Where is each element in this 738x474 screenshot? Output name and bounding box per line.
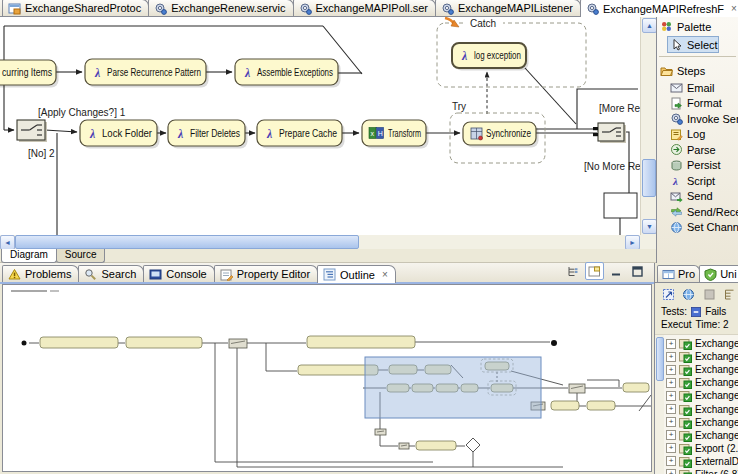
test-result-row[interactable]: +ExternalDat — [666, 455, 738, 468]
panel-tab-search[interactable]: Search — [78, 265, 144, 282]
outline-minimap[interactable] — [3, 285, 651, 471]
editor-tab-exchangerenew-servic[interactable]: ExchangeRenew.servic — [148, 0, 293, 16]
editor-tab-exchangesharedprotoc[interactable]: ExchangeSharedProtoc — [2, 0, 149, 16]
connector-line[interactable] — [525, 68, 576, 124]
decision-switch-node[interactable] — [17, 120, 47, 142]
step-node-lock-folder[interactable]: λLock Folder — [80, 120, 160, 149]
workflow-diagram-canvas[interactable]: TryCatchcurring ItemsλParse Recurrence P… — [0, 17, 640, 235]
step-node-assemble-exceptions[interactable]: λAssemble Exceptions — [235, 59, 341, 88]
node-label: Filter Deletes — [190, 128, 240, 139]
palette-item-format[interactable]: Format — [657, 96, 738, 112]
step-node-curring-items[interactable]: curring Items — [0, 60, 59, 88]
test-result-row[interactable]: +ExchangeSh — [666, 350, 738, 363]
branch-label[interactable]: [No More Recu — [584, 161, 640, 172]
panel-tab-console[interactable]: Console — [143, 265, 214, 282]
scroll-right-arrow[interactable]: ► — [625, 235, 640, 250]
close-tab-icon[interactable]: × — [731, 4, 737, 13]
palette-select-tool[interactable]: Select — [667, 36, 719, 53]
expand-toggle-icon[interactable]: + — [666, 430, 676, 440]
connector-line[interactable] — [45, 130, 77, 132]
expand-toggle-icon[interactable]: + — [666, 391, 676, 401]
decision-switch-node[interactable] — [593, 123, 626, 143]
close-tab-icon[interactable]: × — [382, 270, 388, 279]
horizontal-scroll-thumb[interactable] — [15, 235, 359, 249]
minimize-button[interactable] — [608, 263, 625, 279]
relaunch-button[interactable] — [660, 286, 677, 302]
scroll-down-arrow[interactable]: ▼ — [642, 219, 657, 234]
expand-toggle-icon[interactable]: + — [666, 339, 676, 349]
palette-item-log[interactable]: Log — [657, 127, 738, 143]
step-node-parse-recurrence-pattern[interactable]: λParse Recurrence Pattern — [85, 59, 209, 88]
expand-toggle-icon[interactable]: + — [666, 469, 676, 474]
test-result-row[interactable]: +ExchangeSy — [666, 416, 738, 429]
view-tab-source[interactable]: Source — [56, 249, 106, 263]
branch-label[interactable]: [No] 2 — [28, 148, 55, 159]
test-result-row[interactable]: +Export (2.50 — [666, 442, 738, 455]
expand-toggle-icon[interactable]: + — [666, 456, 676, 466]
branch-label[interactable]: [More Re — [599, 103, 640, 114]
test-result-row[interactable]: +Filter (6.875 — [666, 468, 738, 474]
synchronize-icon — [471, 128, 483, 140]
workflow-diagram[interactable]: TryCatchcurring ItemsλParse Recurrence P… — [0, 17, 640, 235]
tests-tab-pro[interactable]: Pro — [657, 265, 700, 282]
expand-toggle-icon[interactable]: + — [666, 417, 676, 427]
panel-tab-label: Console — [166, 268, 206, 280]
hierarchy-button[interactable] — [722, 286, 738, 302]
editor-tab-exchangemapilistener[interactable]: ExchangeMAPIListener — [435, 0, 581, 16]
vertical-scroll-thumb[interactable] — [642, 159, 656, 197]
panel-tab-property-editor[interactable]: Property Editor — [214, 265, 318, 282]
palette-item-label: Set Channel — [687, 221, 738, 233]
globe-button[interactable] — [681, 286, 698, 302]
editor-tab-exchangemapirefreshf[interactable]: ExchangeMAPIRefreshF× — [580, 0, 738, 17]
tree-layout-button[interactable] — [564, 263, 581, 279]
maximize-button[interactable] — [629, 263, 646, 279]
scroll-up-arrow[interactable]: ▲ — [642, 18, 657, 33]
editor-vertical-scrollbar[interactable]: ▲▼ — [640, 17, 656, 235]
step-node-log-exception[interactable]: λlog exception — [452, 43, 529, 71]
palette-item-parse[interactable]: Parse — [657, 142, 738, 158]
branch-label[interactable]: [Apply Changes?] 1 — [38, 107, 126, 118]
outline-viewport-rect[interactable] — [365, 357, 541, 418]
test-result-row[interactable]: +ExchangeSy — [666, 363, 738, 376]
palette-item-invoke-service[interactable]: Invoke Service — [657, 111, 738, 127]
panel-tab-problems[interactable]: Problems — [2, 265, 79, 282]
editor-horizontal-scrollbar[interactable]: ◄► — [0, 235, 640, 249]
tree-vertical-scrollbar[interactable] — [655, 335, 664, 474]
editor-tab-exchangemapipoll-ser[interactable]: ExchangeMAPIPoll.ser — [293, 0, 437, 16]
palette-item-script[interactable]: λScript — [657, 173, 738, 189]
panel-tab-outline[interactable]: Outline× — [317, 265, 396, 283]
palette-item-send-receive[interactable]: Send/Receive — [657, 204, 738, 220]
palette-item-set-channel[interactable]: Set Channel — [657, 220, 738, 236]
expand-toggle-icon[interactable]: + — [666, 365, 676, 375]
view-tab-diagram[interactable]: Diagram — [1, 249, 57, 263]
expand-toggle-icon[interactable]: + — [666, 352, 676, 362]
test-result-row[interactable]: +ExchangeSy — [666, 389, 738, 402]
outline-view[interactable] — [2, 284, 652, 472]
expand-toggle-icon[interactable]: + — [666, 378, 676, 388]
node-label: Parse Recurrence Pattern — [107, 67, 201, 78]
stop-button[interactable] — [701, 286, 718, 302]
tests-tab-uni[interactable]: Uni× — [699, 265, 738, 282]
palette-item-email[interactable]: Email — [657, 80, 738, 96]
test-result-label: ExchangeSy — [695, 404, 738, 415]
test-result-row[interactable]: +ExchangeSy — [666, 402, 738, 415]
test-result-row[interactable]: +ExchangeSy — [666, 429, 738, 442]
expand-toggle-icon[interactable]: + — [666, 443, 676, 453]
step-node-prepare-cache[interactable]: λPrepare Cache — [257, 120, 345, 149]
palette-header[interactable]: Palette — [657, 16, 738, 36]
panel-tab-label: Search — [101, 268, 136, 280]
step-node-filter-deletes[interactable]: λFilter Deletes — [168, 120, 248, 149]
overview-button[interactable] — [585, 262, 604, 280]
scroll-left-arrow[interactable]: ◄ — [0, 235, 15, 250]
step-node-transform[interactable]: xHTransform — [362, 120, 429, 149]
step-node-synchronize[interactable]: Synchronize — [463, 122, 539, 148]
palette-steps-header[interactable]: Steps — [657, 60, 738, 80]
tree-scroll-thumb[interactable] — [656, 337, 664, 381]
mini-connector — [266, 343, 297, 371]
expand-toggle-icon[interactable]: + — [666, 404, 676, 414]
test-result-row[interactable]: +ExchangeEv — [666, 337, 738, 350]
test-result-row[interactable]: +ExchangeSy — [666, 376, 738, 389]
palette-item-send[interactable]: Send — [657, 189, 738, 205]
mini-caption — [50, 290, 59, 292]
palette-item-persist[interactable]: Persist — [657, 158, 738, 174]
